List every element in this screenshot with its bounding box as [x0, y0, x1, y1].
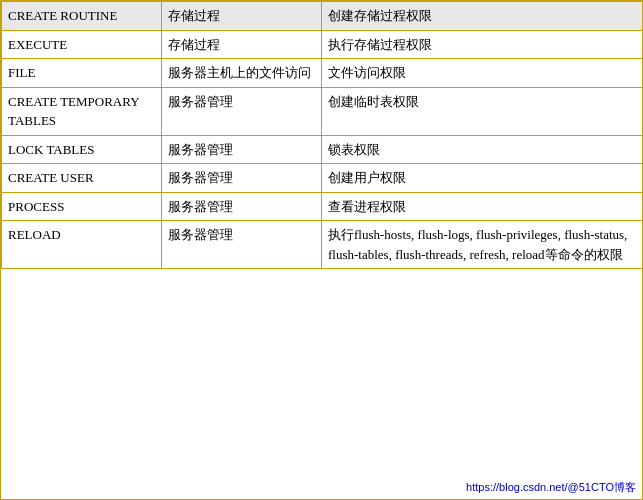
cell-col3: 执行flush-hosts, flush-logs, flush-privile… [322, 221, 644, 269]
cell-col1: PROCESS [2, 192, 162, 221]
table-row: EXECUTE存储过程执行存储过程权限 [2, 30, 644, 59]
watermark: https://blog.csdn.net/@51CTO博客 [466, 480, 636, 495]
table-row: FILE服务器主机上的文件访问文件访问权限 [2, 59, 644, 88]
table-row: CREATE TEMPORARY TABLES服务器管理创建临时表权限 [2, 87, 644, 135]
cell-col2: 服务器管理 [162, 164, 322, 193]
cell-col1: FILE [2, 59, 162, 88]
cell-col2: 服务器管理 [162, 87, 322, 135]
cell-col3: 文件访问权限 [322, 59, 644, 88]
cell-col2: 存储过程 [162, 2, 322, 31]
cell-col2: 服务器主机上的文件访问 [162, 59, 322, 88]
cell-col2: 存储过程 [162, 30, 322, 59]
table-row: PROCESS服务器管理查看进程权限 [2, 192, 644, 221]
privileges-table: CREATE ROUTINE存储过程创建存储过程权限EXECUTE存储过程执行存… [1, 1, 643, 269]
table-row: CREATE ROUTINE存储过程创建存储过程权限 [2, 2, 644, 31]
cell-col3: 创建存储过程权限 [322, 2, 644, 31]
cell-col1: CREATE USER [2, 164, 162, 193]
table-row: RELOAD服务器管理执行flush-hosts, flush-logs, fl… [2, 221, 644, 269]
cell-col3: 执行存储过程权限 [322, 30, 644, 59]
cell-col2: 服务器管理 [162, 135, 322, 164]
cell-col3: 锁表权限 [322, 135, 644, 164]
cell-col3: 创建用户权限 [322, 164, 644, 193]
table-container: CREATE ROUTINE存储过程创建存储过程权限EXECUTE存储过程执行存… [0, 0, 643, 500]
cell-col1: CREATE TEMPORARY TABLES [2, 87, 162, 135]
table-row: CREATE USER服务器管理创建用户权限 [2, 164, 644, 193]
cell-col1: CREATE ROUTINE [2, 2, 162, 31]
cell-col2: 服务器管理 [162, 221, 322, 269]
cell-col1: RELOAD [2, 221, 162, 269]
cell-col1: EXECUTE [2, 30, 162, 59]
table-row: LOCK TABLES服务器管理锁表权限 [2, 135, 644, 164]
cell-col3: 创建临时表权限 [322, 87, 644, 135]
cell-col1: LOCK TABLES [2, 135, 162, 164]
cell-col3: 查看进程权限 [322, 192, 644, 221]
cell-col2: 服务器管理 [162, 192, 322, 221]
